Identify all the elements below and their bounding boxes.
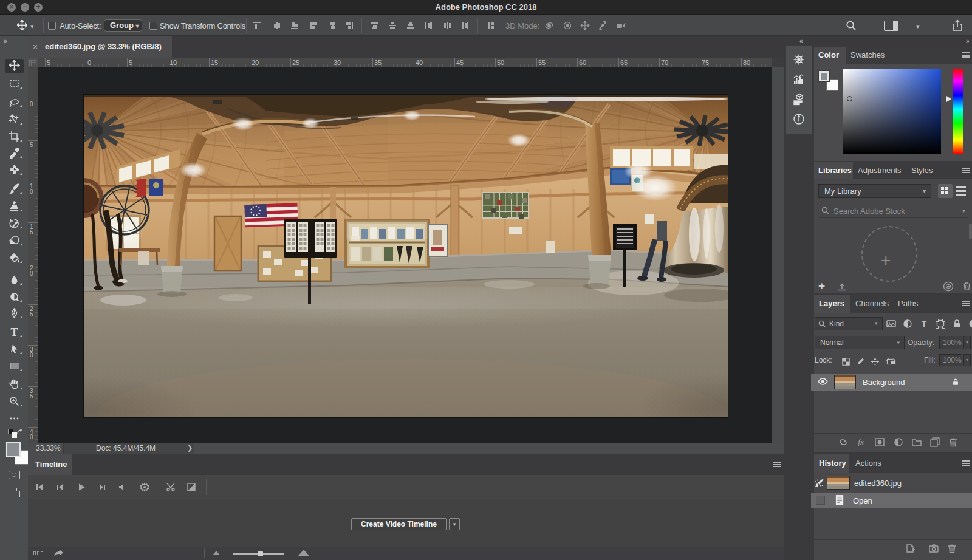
svg-text:fx: fx <box>858 437 864 446</box>
svg-text:T: T <box>10 326 18 338</box>
svg-text:T: T <box>922 319 927 329</box>
